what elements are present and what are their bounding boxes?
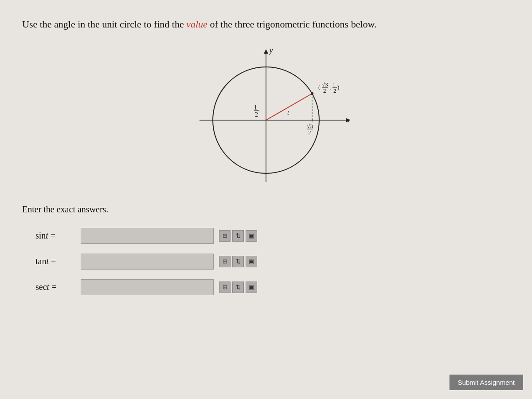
comma: , bbox=[329, 84, 331, 90]
svg-marker-4 bbox=[264, 49, 268, 54]
sect-icon3[interactable]: ▣ bbox=[246, 282, 257, 293]
tant-icon1[interactable]: ⊞ bbox=[219, 256, 231, 267]
t-label: t bbox=[287, 110, 289, 116]
submit-button[interactable]: Submit Assignment bbox=[450, 375, 523, 390]
sqrt3-x-den: 2 bbox=[308, 129, 311, 136]
unit-circle-wrapper: y x 1 2 t ( √3 2 , 1 2 ) bbox=[182, 45, 350, 187]
sect-input[interactable] bbox=[81, 279, 214, 295]
sect-icon1[interactable]: ⊞ bbox=[219, 282, 231, 293]
y-axis-label: y bbox=[269, 47, 273, 55]
half-num-point: 1 bbox=[332, 81, 336, 88]
diagram-container: y x 1 2 t ( √3 2 , 1 2 ) bbox=[22, 40, 510, 191]
svg-line-5 bbox=[266, 94, 312, 120]
instruction-text: Use the angle in the unit circle to find… bbox=[22, 18, 510, 31]
sint-input[interactable] bbox=[81, 228, 214, 244]
x-axis-label: x bbox=[346, 116, 350, 124]
sect-var: t bbox=[47, 282, 50, 292]
sqrt3-x-num: √3 bbox=[307, 123, 313, 129]
unit-circle-svg: y x 1 2 t ( √3 2 , 1 2 ) bbox=[182, 45, 359, 191]
enter-text: Enter the exact answers. bbox=[22, 204, 510, 215]
sint-icon1[interactable]: ⊞ bbox=[219, 230, 231, 242]
half-label: 1 bbox=[254, 104, 257, 111]
answers-section: sint = ⊞ ⇅ ▣ tant = ⊞ ⇅ ▣ sect = ⊞ ⇅ ▣ bbox=[35, 228, 510, 295]
highlight-word: value bbox=[186, 19, 207, 30]
tant-icon2[interactable]: ⇅ bbox=[232, 256, 244, 267]
sect-row: sect = ⊞ ⇅ ▣ bbox=[35, 279, 510, 295]
sqrt3-den: 2 bbox=[323, 87, 326, 94]
sect-icons: ⊞ ⇅ ▣ bbox=[219, 282, 257, 293]
sint-icon2[interactable]: ⇅ bbox=[232, 230, 244, 242]
tant-label: tant = bbox=[35, 256, 75, 266]
page: Use the angle in the unit circle to find… bbox=[0, 0, 532, 399]
sect-icon2[interactable]: ⇅ bbox=[232, 282, 244, 293]
tant-row: tant = ⊞ ⇅ ▣ bbox=[35, 254, 510, 270]
sint-icon3[interactable]: ▣ bbox=[246, 230, 257, 242]
tant-icons: ⊞ ⇅ ▣ bbox=[219, 256, 257, 267]
sint-icons: ⊞ ⇅ ▣ bbox=[219, 230, 257, 242]
point-label-open: ( bbox=[318, 84, 320, 90]
sint-var: t bbox=[46, 231, 48, 240]
half-denom: 2 bbox=[255, 111, 258, 118]
tant-icon3[interactable]: ▣ bbox=[246, 256, 257, 267]
sect-label: sect = bbox=[35, 282, 75, 292]
point-label-close: ) bbox=[337, 84, 339, 90]
sint-row: sint = ⊞ ⇅ ▣ bbox=[35, 228, 510, 244]
tant-input[interactable] bbox=[81, 254, 214, 270]
half-den-point: 2 bbox=[333, 87, 336, 94]
sint-label: sint = bbox=[35, 231, 75, 241]
tant-var: t bbox=[46, 256, 49, 266]
sqrt3-num: √3 bbox=[322, 81, 328, 88]
